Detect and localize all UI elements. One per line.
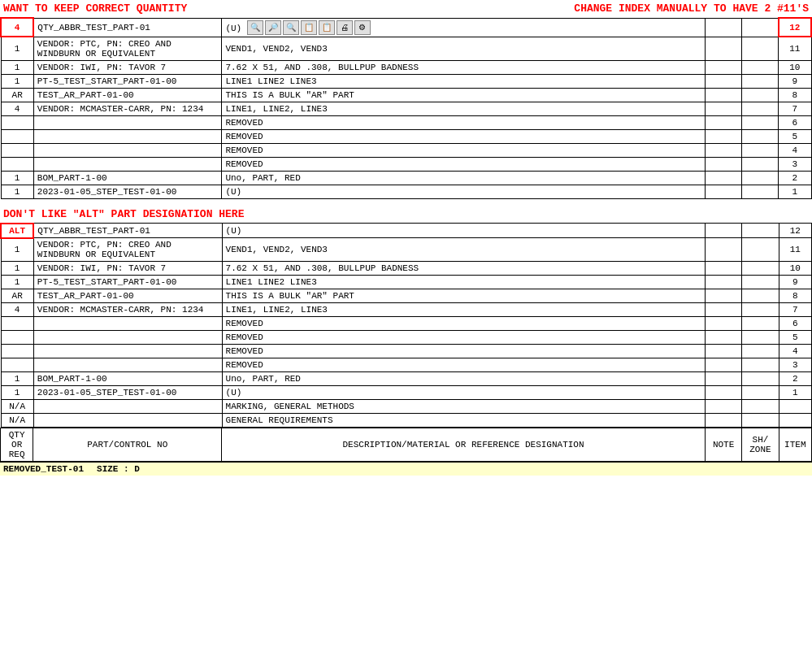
- part-cell: BOM_PART-1-00: [33, 171, 222, 185]
- shzone-cell: [742, 345, 779, 358]
- shzone-cell: [741, 88, 778, 102]
- table-row: REMOVED 3: [1, 157, 811, 171]
- qty-cell: N/A: [1, 414, 33, 428]
- footer-item: ITEM: [779, 428, 811, 462]
- desc-text: (U): [225, 187, 241, 197]
- shzone-cell: [742, 317, 779, 331]
- desc-text: (U): [226, 226, 242, 236]
- qty-cell: 1: [1, 74, 33, 88]
- footer-shzone: SH/ ZONE: [742, 428, 779, 462]
- qty-cell: [1, 331, 33, 345]
- footer-note: NOTE: [705, 428, 741, 462]
- desc-text: REMOVED: [226, 319, 263, 328]
- table-row: N/A GENERAL REQUIREMENTS: [1, 414, 812, 428]
- note-cell: [705, 143, 741, 157]
- table-row: 4 VENDOR: MCMASTER-CARR, PN: 1234 LINE1,…: [1, 303, 812, 317]
- drawing-size: SIZE : D: [97, 464, 140, 474]
- item-cell: 10: [779, 262, 811, 276]
- item-cell: 5: [779, 129, 811, 143]
- footer-desc-label: DESCRIPTION/MATERIAL OR REFERENCE DESIGN…: [222, 428, 706, 462]
- shzone-cell: [741, 18, 778, 37]
- note-cell: [706, 345, 742, 358]
- item-cell: 9: [779, 74, 811, 88]
- desc-text: (U): [226, 388, 242, 397]
- qty-cell: ALT: [1, 224, 33, 238]
- table-row: ALT QTY_ABBR_TEST_PART-01 (U) 12: [1, 224, 812, 238]
- note-cell: [706, 224, 742, 238]
- part-cell: QTY_ABBR_TEST_PART-01: [33, 18, 222, 37]
- item-cell: 12: [779, 224, 811, 238]
- desc-text: Uno, PART, RED: [225, 173, 300, 183]
- note-cell: [706, 303, 742, 317]
- table-row: AR TEST_AR_PART-01-00 THIS IS A BULK "AR…: [1, 88, 811, 102]
- section2-table: ALT QTY_ABBR_TEST_PART-01 (U) 12 1 VENDO…: [0, 223, 812, 428]
- item-cell: 8: [779, 289, 811, 303]
- desc-cell: REMOVED: [222, 129, 705, 143]
- table-row: 1 PT-5_TEST_START_PART-01-00 LINE1 LINE2…: [1, 74, 811, 88]
- section2-header: DON'T LIKE "ALT" PART DESIGNATION HERE: [0, 206, 812, 223]
- desc-cell: LINE1 LINE2 LINE3: [222, 74, 705, 88]
- zoom-in-button[interactable]: 🔎: [265, 20, 281, 35]
- shzone-cell: [741, 60, 778, 74]
- desc-text: LINE1 LINE2 LINE3: [226, 277, 317, 287]
- qty-cell: 4: [1, 18, 33, 37]
- desc-cell: (U): [222, 185, 705, 198]
- qty-cell: AR: [1, 289, 33, 303]
- note-cell: [706, 262, 742, 276]
- item-cell: 6: [779, 115, 811, 129]
- desc-cell: LINE1, LINE2, LINE3: [222, 303, 705, 317]
- desc-cell: VEND1, VEND2, VEND3: [222, 238, 705, 262]
- table-row: 1 PT-5_TEST_START_PART-01-00 LINE1 LINE2…: [1, 276, 812, 289]
- desc-text: THIS IS A BULK "AR" PART: [225, 90, 354, 100]
- note-cell: [705, 129, 741, 143]
- desc-cell: REMOVED: [222, 358, 705, 372]
- desc-cell: LINE1 LINE2 LINE3: [222, 276, 705, 289]
- table-row: REMOVED 4: [1, 143, 811, 157]
- shzone-cell: [741, 129, 778, 143]
- part-cell: [33, 143, 222, 157]
- zoom-fit-button[interactable]: 🔍: [247, 20, 263, 35]
- desc-cell: Uno, PART, RED: [222, 171, 705, 185]
- item-cell: 2: [779, 171, 811, 185]
- table-row: REMOVED 4: [1, 345, 812, 358]
- note-cell: [706, 331, 742, 345]
- item-cell: 12: [779, 18, 811, 37]
- paste-button[interactable]: 📋: [319, 20, 335, 35]
- footer-row: QTY OR REQ PART/CONTROL NO DESCRIPTION/M…: [1, 428, 812, 462]
- section1-table: 4 QTY_ABBR_TEST_PART-01 (U) 🔍🔎🔍📋📋🖨⚙ 12 1…: [0, 17, 812, 199]
- shzone-cell: [742, 289, 779, 303]
- qty-cell: [1, 358, 33, 372]
- shzone-cell: [742, 262, 779, 276]
- change-index-note: CHANGE INDEX MANUALLY TO HAVE 2 #11'S: [190, 0, 812, 17]
- part-cell: VENDOR: MCMASTER-CARR, PN: 1234: [33, 303, 222, 317]
- shzone-cell: [742, 238, 779, 262]
- desc-cell: LINE1, LINE2, LINE3: [222, 102, 705, 115]
- zoom-out-button[interactable]: 🔍: [283, 20, 299, 35]
- print-button[interactable]: 🖨: [337, 20, 353, 35]
- item-cell: 11: [779, 238, 811, 262]
- qty-cell: 1: [1, 262, 33, 276]
- drawing-part-no: REMOVED_TEST-01: [3, 464, 84, 474]
- settings-button[interactable]: ⚙: [354, 20, 371, 35]
- desc-cell: REMOVED: [222, 331, 705, 345]
- note-cell: [705, 74, 741, 88]
- item-cell: 1: [779, 386, 811, 400]
- desc-text: VEND1, VEND2, VEND3: [226, 245, 328, 254]
- desc-cell: MARKING, GENERAL METHODS: [222, 400, 705, 414]
- shzone-cell: [742, 224, 779, 238]
- desc-text: LINE1 LINE2 LINE3: [225, 76, 316, 86]
- shzone-cell: [741, 102, 778, 115]
- qty-cell: 1: [1, 60, 33, 74]
- part-cell: [33, 414, 222, 428]
- note-cell: [706, 289, 742, 303]
- qty-cell: [1, 115, 33, 129]
- desc-cell: THIS IS A BULK "AR" PART: [222, 289, 705, 303]
- table-row: 1 VENDOR: IWI, PN: TAVOR 7 7.62 X 51, AN…: [1, 60, 811, 74]
- qty-cell: [1, 317, 33, 331]
- desc-cell: VEND1, VEND2, VEND3: [222, 37, 705, 60]
- note-cell: [706, 358, 742, 372]
- copy-button[interactable]: 📋: [301, 20, 317, 35]
- table-row: REMOVED 6: [1, 317, 812, 331]
- part-cell: TEST_AR_PART-01-00: [33, 88, 222, 102]
- note-cell: [706, 400, 742, 414]
